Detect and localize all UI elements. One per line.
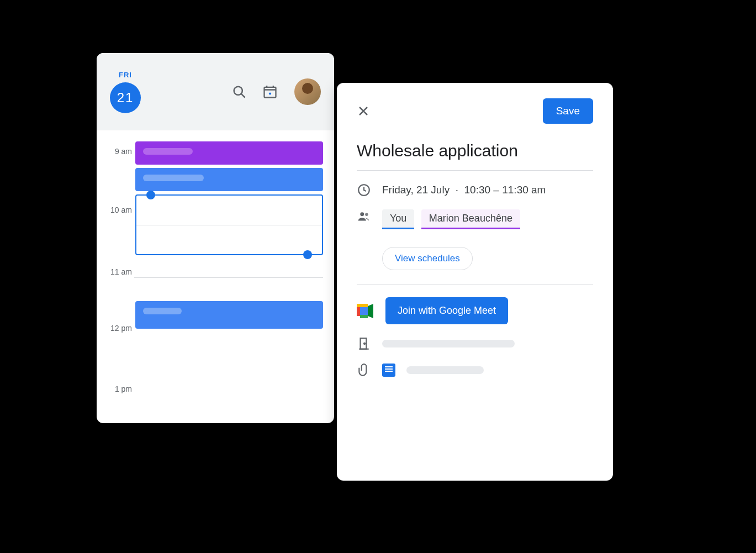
date-block[interactable]: FRI 21: [110, 71, 141, 113]
divider: [357, 285, 593, 285]
location-placeholder: [382, 340, 515, 347]
svg-point-0: [234, 87, 242, 95]
svg-rect-2: [265, 87, 276, 98]
day-of-week-label: FRI: [119, 71, 132, 79]
svg-point-20: [364, 343, 365, 344]
calendar-header: FRI 21: [97, 53, 334, 130]
hour-label-9am: 9 am: [105, 147, 132, 156]
google-doc-icon[interactable]: [382, 364, 395, 377]
attachment-row[interactable]: [357, 363, 593, 377]
search-icon[interactable]: [231, 84, 247, 99]
divider: [357, 170, 593, 171]
calendar-event-blue-1[interactable]: [135, 168, 323, 191]
event-title-placeholder: [143, 175, 204, 181]
svg-rect-16: [360, 307, 368, 315]
svg-point-6: [269, 92, 271, 94]
hour-gridline: [134, 277, 323, 278]
close-icon[interactable]: [357, 104, 370, 118]
calendar-event-purple[interactable]: [135, 141, 323, 165]
clock-icon: [357, 183, 371, 197]
attendee-chips: You Marion Beauchêne: [382, 209, 525, 229]
attachment-icon: [357, 363, 371, 377]
event-datetime-text: Friday, 21 July · 10:30 – 11:30 am: [382, 184, 546, 196]
svg-line-1: [241, 94, 245, 97]
calendar-today-icon[interactable]: [262, 84, 278, 99]
attendee-chip-you[interactable]: You: [382, 209, 414, 229]
panel-header: Save: [357, 98, 593, 124]
google-meet-icon: [357, 304, 374, 318]
view-schedules-button[interactable]: View schedules: [382, 247, 473, 270]
room-icon: [357, 336, 371, 351]
google-meet-row: Join with Google Meet: [357, 297, 593, 324]
attendees-row: You Marion Beauchêne: [357, 209, 593, 229]
calendar-event-blue-2[interactable]: [135, 301, 323, 329]
hour-gridline: [136, 225, 322, 225]
calendar-day-card: FRI 21 9 am 10 am 11 am 12 pm: [97, 53, 334, 423]
svg-rect-14: [360, 304, 368, 307]
date-number: 21: [110, 82, 141, 113]
save-button[interactable]: Save: [543, 98, 593, 124]
time-slot-selection[interactable]: [135, 194, 323, 255]
svg-point-10: [360, 212, 364, 216]
location-row[interactable]: [357, 336, 593, 351]
hour-label-10am: 10 am: [105, 206, 132, 214]
attachment-placeholder: [406, 366, 484, 374]
svg-marker-17: [368, 304, 373, 318]
svg-point-11: [365, 213, 368, 216]
slot-handle-start[interactable]: [146, 191, 155, 199]
hour-label-1pm: 1 pm: [105, 385, 132, 393]
event-time: 10:30 – 11:30 am: [464, 184, 546, 196]
people-icon: [357, 209, 371, 224]
slot-handle-end[interactable]: [303, 250, 312, 259]
event-title-input[interactable]: Wholesale application: [357, 141, 593, 160]
svg-rect-13: [357, 304, 360, 307]
hour-label-11am: 11 am: [105, 267, 132, 276]
event-detail-panel: Save Wholesale application Friday, 21 Ju…: [337, 83, 613, 481]
svg-rect-12: [357, 306, 360, 316]
schedule-grid[interactable]: 9 am 10 am 11 am 12 pm 1 pm: [97, 130, 334, 343]
hour-label-12pm: 12 pm: [105, 324, 132, 333]
attendee-chip-guest[interactable]: Marion Beauchêne: [421, 209, 520, 229]
event-date: Friday, 21 July: [382, 184, 450, 196]
avatar[interactable]: [294, 78, 321, 105]
event-title-placeholder: [143, 308, 182, 314]
svg-rect-15: [360, 315, 368, 318]
join-google-meet-button[interactable]: Join with Google Meet: [385, 297, 508, 324]
event-title-placeholder: [143, 148, 193, 155]
event-datetime-row[interactable]: Friday, 21 July · 10:30 – 11:30 am: [357, 183, 593, 197]
